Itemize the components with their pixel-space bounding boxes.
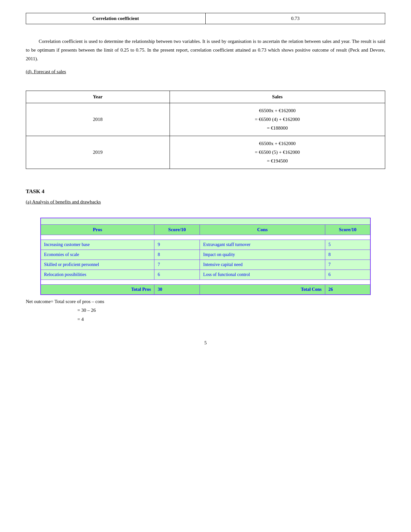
top-empty-cell [41,218,371,224]
calc-block: = 30 – 26 = 4 [77,306,385,324]
pro-label: Skilled or proficient personnel [41,260,154,270]
year-cell: 2018 [26,103,170,136]
sales-cell: €6500x + €162000= €6500 (4) + €162000= €… [170,103,385,136]
correlation-table: Correlation coefficient 0.73 [26,13,385,24]
list-item: Increasing customer base 9 Extravagant s… [41,240,371,250]
correlation-paragraph: Correlation coefficient is used to deter… [26,37,385,63]
con-score: 6 [325,270,370,280]
table-row: 2018 €6500x + €162000= €6500 (4) + €1620… [26,103,385,136]
cons-header: Cons [200,224,325,235]
con-score: 5 [325,240,370,250]
total-cons-value: 26 [325,284,370,295]
con-label: Loss of functional control [200,270,325,280]
year-cell: 2019 [26,136,170,169]
benefits-drawbacks-table: Pros Score/10 Cons Score/10 Increasing c… [40,218,371,295]
totals-row: Total Pros 30 Total Cons 26 [41,284,371,295]
total-pros-label: Total Pros [41,284,154,295]
list-item: Skilled or proficient personnel 7 Intens… [41,260,371,270]
pro-score: 8 [154,250,200,260]
forecast-heading: (d). Forecast of sales [26,69,66,74]
con-score: 7 [325,260,370,270]
pros-header: Pros [41,224,154,235]
analysis-heading: (a) Analysis of benefits and drawbacks [26,199,101,205]
total-pros-value: 30 [154,284,200,295]
pro-label: Economies of scale [41,250,154,260]
pro-score: 7 [154,260,200,270]
calc-line-1: = 30 – 26 [77,306,385,315]
score1-header: Score/10 [154,224,200,235]
sales-forecast-table: Year Sales 2018 €6500x + €162000= €6500 … [26,91,385,169]
calc-line-2: = 4 [77,315,385,324]
corr-label: Correlation coefficient [26,13,206,24]
task4-heading: TASK 4 [26,188,385,195]
pro-score: 6 [154,270,200,280]
empty-row-cell [41,235,371,240]
list-item: Economies of scale 8 Impact on quality 8 [41,250,371,260]
sales-col-header: Sales [170,91,385,103]
net-outcome-label: Net outcome= Total score of pros – cons [26,299,385,304]
con-label: Impact on quality [200,250,325,260]
con-label: Intensive capital need [200,260,325,270]
con-score: 8 [325,250,370,260]
pro-label: Relocation possibilities [41,270,154,280]
bottom-empty-cell [41,280,371,284]
list-item: Relocation possibilities 6 Loss of funct… [41,270,371,280]
score2-header: Score/10 [325,224,370,235]
pro-score: 9 [154,240,200,250]
con-label: Extravagant staff turnover [200,240,325,250]
year-col-header: Year [26,91,170,103]
page-number: 5 [26,340,385,346]
total-cons-label: Total Cons [200,284,325,295]
pro-label: Increasing customer base [41,240,154,250]
corr-value: 0.73 [206,13,385,24]
table-row: 2019 €6500x + €162000= €6500 (5) + €1620… [26,136,385,169]
sales-cell: €6500x + €162000= €6500 (5) + €162000= €… [170,136,385,169]
